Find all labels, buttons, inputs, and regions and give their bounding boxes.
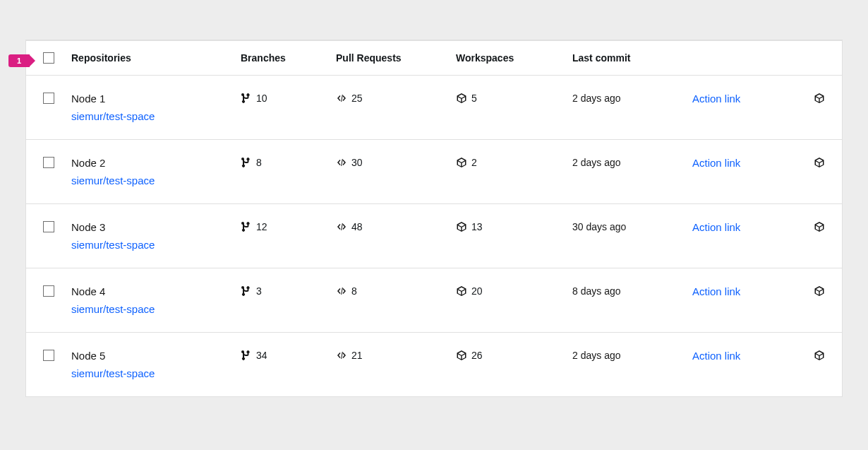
- pull-requests-count: 30: [351, 157, 363, 168]
- last-commit: 2 days ago: [572, 157, 621, 168]
- branches-count: 34: [256, 350, 267, 361]
- action-link[interactable]: Action link: [692, 93, 740, 105]
- table-row: Node 1 siemur/test-space 10 25 5: [26, 76, 842, 140]
- repo-path-link[interactable]: siemur/test-space: [71, 174, 155, 186]
- branch-icon: [241, 350, 252, 361]
- workspaces-count: 2: [471, 157, 477, 168]
- repo-name: Node 1: [71, 93, 241, 105]
- row-checkbox[interactable]: [43, 221, 54, 232]
- header-workspaces: Workspaces: [456, 52, 572, 64]
- code-icon: [336, 93, 347, 104]
- repo-path-link[interactable]: siemur/test-space: [71, 303, 155, 315]
- row-checkbox[interactable]: [43, 93, 54, 104]
- workspaces-count: 20: [471, 285, 483, 297]
- last-commit: 2 days ago: [572, 350, 621, 361]
- pull-requests-count: 25: [351, 93, 363, 104]
- repo-name: Node 4: [71, 285, 241, 297]
- cube-icon[interactable]: [814, 157, 825, 168]
- table-row: Node 2 siemur/test-space 8 30 2 2 days a…: [26, 140, 842, 204]
- action-link[interactable]: Action link: [692, 157, 740, 169]
- cube-icon: [456, 285, 467, 297]
- last-commit: 2 days ago: [572, 93, 621, 104]
- cube-icon[interactable]: [814, 285, 825, 297]
- annotation-badge: 1: [8, 54, 30, 67]
- header-last-commit: Last commit: [572, 52, 692, 64]
- workspaces-count: 13: [471, 221, 483, 232]
- pull-requests-count: 8: [351, 285, 357, 297]
- workspaces-count: 5: [471, 93, 477, 104]
- branch-icon: [241, 93, 252, 104]
- repositories-table: Repositories Branches Pull Requests Work…: [25, 40, 843, 397]
- row-checkbox[interactable]: [43, 157, 54, 168]
- repo-path-link[interactable]: siemur/test-space: [71, 239, 155, 251]
- table-row: Node 3 siemur/test-space 12 48 13 30 day…: [26, 204, 842, 268]
- repo-path-link[interactable]: siemur/test-space: [71, 110, 155, 122]
- cube-icon: [456, 221, 467, 232]
- workspaces-count: 26: [471, 350, 483, 361]
- branch-icon: [241, 157, 252, 168]
- pull-requests-count: 21: [351, 350, 363, 361]
- branch-icon: [241, 221, 252, 232]
- repo-name: Node 3: [71, 221, 241, 233]
- action-link[interactable]: Action link: [692, 221, 740, 233]
- branches-count: 12: [256, 221, 267, 232]
- cube-icon: [456, 93, 467, 104]
- select-all-checkbox[interactable]: [43, 52, 54, 64]
- table-row: Node 5 siemur/test-space 34 21 26 2 days…: [26, 333, 842, 396]
- header-repositories: Repositories: [71, 52, 241, 64]
- branches-count: 3: [256, 285, 262, 297]
- last-commit: 8 days ago: [572, 285, 621, 297]
- repo-name: Node 2: [71, 157, 241, 169]
- table-header-row: Repositories Branches Pull Requests Work…: [26, 41, 842, 76]
- code-icon: [336, 157, 347, 168]
- action-link[interactable]: Action link: [692, 285, 740, 297]
- repo-path-link[interactable]: siemur/test-space: [71, 367, 155, 379]
- cube-icon[interactable]: [814, 350, 825, 361]
- action-link[interactable]: Action link: [692, 350, 740, 362]
- code-icon: [336, 285, 347, 297]
- cube-icon[interactable]: [814, 93, 825, 104]
- cube-icon: [456, 157, 467, 168]
- repo-name: Node 5: [71, 350, 241, 362]
- row-checkbox[interactable]: [43, 350, 54, 361]
- last-commit: 30 days ago: [572, 221, 626, 232]
- table-row: Node 4 siemur/test-space 3 8 20 8 days a…: [26, 268, 842, 333]
- cube-icon[interactable]: [814, 221, 825, 232]
- code-icon: [336, 221, 347, 232]
- cube-icon: [456, 350, 467, 361]
- branches-count: 10: [256, 93, 267, 104]
- pull-requests-count: 48: [351, 221, 363, 232]
- row-checkbox[interactable]: [43, 285, 54, 297]
- header-pull-requests: Pull Requests: [336, 52, 456, 64]
- branches-count: 8: [256, 157, 262, 168]
- header-branches: Branches: [241, 52, 336, 64]
- branch-icon: [241, 285, 252, 297]
- code-icon: [336, 350, 347, 361]
